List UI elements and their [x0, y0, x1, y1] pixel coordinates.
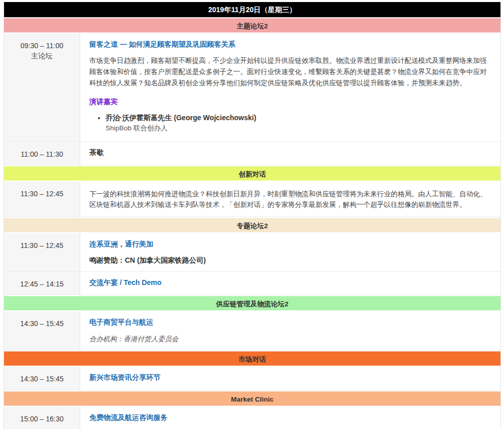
time-cell: 11:00 – 11:30 [4, 142, 80, 164]
speakers-heading: 演讲嘉宾 [89, 97, 490, 106]
session-description: 下一波的科技浪潮将如何推进物流业？科技创新日新月异，时刻重塑物流和供应链管理将为… [89, 189, 490, 211]
session-description: 市场竞争日趋激烈，顾客期望不断提高，不少企业开始转以提升供应链效率取胜。物流业界… [89, 55, 490, 89]
time-label: 11:30 – 12:45 [6, 189, 78, 199]
speakers-list: 乔治·沃伊霍斯基先生 (George Wojciechowski) ShipBo… [89, 113, 490, 134]
section-band-market-clinic: Market Clinic [4, 390, 500, 407]
session-cell: 下一波的科技浪潮将如何推进物流业？科技创新日新月异，时刻重塑物流和供应链管理将为… [80, 182, 500, 217]
session-cell: 电子商贸平台与航运 合办机构：香港付货人委员会 [80, 311, 500, 350]
session-cell: 茶歇 [80, 142, 500, 164]
time-label: 14:30 – 15:45 [6, 318, 78, 329]
time-cell: 15:00 – 16:30 [4, 407, 80, 429]
session-cell: 免费物流及航运咨询服务 [80, 407, 500, 429]
conference-agenda-table: 2019年11月20日（星期三） 主题论坛2 09:30 – 11:00 主论坛… [4, 2, 501, 429]
session-cell: 交流午宴 / Tech Demo [80, 272, 500, 294]
session-cell: 新兴市场资讯分享环节 [80, 367, 500, 390]
time-label: 12:45 – 14:15 [6, 279, 78, 289]
table-row: 09:30 – 11:00 主论坛 留客之道 — 如何满足顾客期望及巩固顾客关系… [4, 33, 500, 142]
table-row: 14:30 – 15:45 电子商贸平台与航运 合办机构：香港付货人委员会 [4, 311, 500, 350]
time-label: 11:00 – 11:30 [6, 149, 78, 159]
date-header: 2019年11月20日（星期三） [4, 2, 500, 17]
track-label: 主论坛 [6, 51, 78, 61]
time-cell: 12:45 – 14:15 [4, 272, 80, 294]
time-label: 11:30 – 12:45 [6, 240, 78, 251]
session-title-link[interactable]: 电子商贸平台与航运 [89, 317, 490, 327]
table-row: 11:00 – 11:30 茶歇 [4, 142, 500, 165]
section-band-theme-forum-2: 主题论坛2 [4, 17, 500, 33]
time-cell: 14:30 – 15:45 [4, 311, 80, 350]
section-band-market-dialogue: 市场对话 [4, 350, 500, 367]
time-cell: 11:30 – 12:45 [4, 182, 80, 217]
session-cell: 留客之道 — 如何满足顾客期望及巩固顾客关系 市场竞争日趋激烈，顾客期望不断提高… [80, 33, 500, 141]
time-cell: 14:30 – 15:45 [4, 367, 80, 390]
time-label: 15:00 – 16:30 [6, 414, 78, 424]
section-band-innovation-dialogue: 创新对话 [4, 165, 500, 182]
table-row: 14:30 – 15:45 新兴市场资讯分享环节 [4, 367, 500, 390]
section-band-special-forum-2: 专题论坛2 [4, 217, 500, 233]
time-label: 14:30 – 15:45 [6, 374, 78, 384]
list-item: 乔治·沃伊霍斯基先生 (George Wojciechowski) ShipBo… [106, 113, 490, 134]
time-label: 09:30 – 11:00 [6, 41, 78, 51]
organizer-note: 合办机构：香港付货人委员会 [89, 335, 490, 344]
session-title-link[interactable]: 连系亚洲，通行美加 [89, 239, 490, 248]
table-row: 11:30 – 12:45 连系亚洲，通行美加 鸣谢赞助：CN (加拿大国家铁路… [4, 233, 500, 272]
section-band-supply-chain-logistics-forum-2: 供应链管理及物流论坛2 [4, 295, 500, 311]
time-cell: 11:30 – 12:45 [4, 233, 80, 271]
session-cell: 连系亚洲，通行美加 鸣谢赞助：CN (加拿大国家铁路公司) [80, 233, 500, 271]
sponsor-note: 鸣谢赞助：CN (加拿大国家铁路公司) [89, 256, 490, 265]
session-title-link[interactable]: 交流午宴 / Tech Demo [89, 278, 490, 287]
session-title-link[interactable]: 留客之道 — 如何满足顾客期望及巩固顾客关系 [89, 40, 490, 49]
table-row: 15:00 – 16:30 免费物流及航运咨询服务 [4, 407, 500, 429]
speaker-role: ShipBob 联合创办人 [106, 124, 167, 132]
session-title: 茶歇 [89, 148, 490, 157]
table-row: 12:45 – 14:15 交流午宴 / Tech Demo [4, 272, 500, 295]
table-row: 11:30 – 12:45 下一波的科技浪潮将如何推进物流业？科技创新日新月异，… [4, 182, 500, 218]
speaker-name: 乔治·沃伊霍斯基先生 (George Wojciechowski) [106, 114, 256, 122]
session-title-link[interactable]: 新兴市场资讯分享环节 [89, 373, 490, 382]
time-cell: 09:30 – 11:00 主论坛 [4, 33, 80, 141]
session-title-link[interactable]: 免费物流及航运咨询服务 [89, 413, 490, 422]
